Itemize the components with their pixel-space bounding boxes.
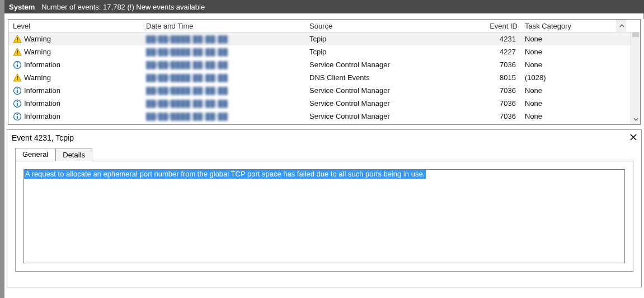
warning-icon	[13, 73, 22, 82]
table-row[interactable]: Warning██/██/████ ██:██:██Tcpip4227None	[8, 45, 631, 58]
cell-source: Tcpip	[305, 48, 471, 56]
svg-point-17	[17, 101, 18, 102]
cell-level: Information	[24, 99, 60, 108]
cell-datetime: ██/██/████ ██:██:██	[146, 61, 228, 69]
svg-rect-4	[17, 50, 18, 53]
header-title: System	[9, 3, 35, 11]
column-header-eventid[interactable]: Event ID	[471, 22, 521, 30]
cell-source: Service Control Manager	[305, 99, 471, 108]
header-status: Number of events: 17,782 (!) New events …	[41, 3, 205, 11]
table-row[interactable]: Information██/██/████ ██:██:██Service Co…	[8, 84, 631, 97]
event-message-text: A request to allocate an ephemeral port …	[24, 169, 426, 179]
cell-eventid: 8015	[471, 73, 521, 82]
table-row[interactable]: Information██/██/████ ██:██:██Service Co…	[8, 110, 631, 123]
event-detail-panel: Event 4231, Tcpip General Details A requ…	[7, 129, 642, 287]
column-header-task[interactable]: Task Category	[521, 22, 617, 30]
detail-title: Event 4231, Tcpip	[12, 133, 74, 142]
cell-task: None	[521, 48, 617, 56]
warning-icon	[13, 35, 22, 44]
column-header-datetime[interactable]: Date and Time	[142, 22, 305, 30]
cell-task: None	[521, 99, 617, 108]
cell-eventid: 7036	[471, 99, 521, 108]
cell-eventid: 4227	[471, 48, 521, 56]
grid-header-row: Level Date and Time Source Event ID Task…	[8, 20, 640, 32]
column-header-level[interactable]: Level	[8, 22, 142, 30]
tab-content-general: A request to allocate an ephemeral port …	[15, 161, 633, 272]
cell-source: Tcpip	[305, 35, 471, 43]
event-grid: Level Date and Time Source Event ID Task…	[8, 19, 641, 125]
svg-rect-5	[17, 53, 18, 54]
svg-rect-7	[17, 64, 18, 67]
cell-eventid: 7036	[471, 86, 521, 95]
cell-eventid: 7036	[471, 60, 521, 69]
information-icon	[13, 99, 22, 108]
scroll-down-button[interactable]	[631, 115, 640, 124]
cell-datetime: ██/██/████ ██:██:██	[146, 48, 228, 56]
scroll-up-button[interactable]	[617, 20, 626, 32]
cell-level: Warning	[24, 35, 51, 43]
header-bar: System Number of events: 17,782 (!) New …	[4, 0, 644, 13]
close-icon	[630, 134, 637, 141]
tab-general[interactable]: General	[15, 148, 55, 161]
detail-tabs: General Details	[7, 148, 641, 161]
information-icon	[13, 86, 22, 95]
svg-rect-2	[17, 40, 18, 41]
svg-rect-11	[17, 79, 18, 80]
cell-eventid: 4231	[471, 35, 521, 43]
warning-icon	[13, 48, 22, 57]
information-icon	[13, 112, 22, 121]
information-icon	[13, 99, 22, 108]
cell-task: None	[521, 86, 617, 95]
information-icon	[13, 60, 22, 69]
cell-task: None	[521, 35, 617, 43]
cell-level: Information	[24, 60, 60, 69]
information-icon	[13, 86, 22, 95]
warning-icon	[13, 73, 22, 82]
table-row[interactable]: Information██/██/████ ██:██:██Service Co…	[8, 58, 631, 71]
table-row[interactable]: Information██/██/████ ██:██:██Service Co…	[8, 97, 631, 110]
cell-task: None	[521, 112, 617, 120]
cell-source: Service Control Manager	[305, 60, 471, 69]
cell-datetime: ██/██/████ ██:██:██	[146, 74, 228, 82]
vertical-scrollbar[interactable]	[631, 32, 640, 124]
cell-level: Information	[24, 112, 60, 120]
cell-task: (1028)	[521, 73, 617, 82]
close-button[interactable]	[630, 133, 637, 142]
tab-details[interactable]: Details	[55, 148, 92, 161]
cell-datetime: ██/██/████ ██:██:██	[146, 35, 228, 43]
information-icon	[13, 112, 22, 121]
cell-source: DNS Client Events	[305, 73, 471, 82]
svg-point-8	[17, 62, 18, 63]
svg-point-14	[17, 88, 18, 89]
event-message-box[interactable]: A request to allocate an ephemeral port …	[23, 169, 625, 263]
cell-source: Service Control Manager	[305, 112, 471, 120]
warning-icon	[13, 48, 22, 57]
cell-level: Information	[24, 86, 60, 95]
svg-point-20	[17, 114, 18, 115]
cell-datetime: ██/██/████ ██:██:██	[146, 100, 228, 108]
chevron-up-icon	[619, 24, 624, 29]
cell-task: None	[521, 60, 617, 69]
svg-rect-13	[17, 90, 18, 93]
cell-level: Warning	[24, 73, 51, 82]
table-row[interactable]: Warning██/██/████ ██:██:██Tcpip4231None	[8, 32, 631, 45]
cell-datetime: ██/██/████ ██:██:██	[146, 113, 228, 120]
cell-datetime: ██/██/████ ██:██:██	[146, 87, 228, 95]
scrollbar-thumb[interactable]	[632, 32, 639, 37]
information-icon	[13, 60, 22, 69]
svg-rect-1	[17, 38, 18, 40]
svg-rect-16	[17, 103, 18, 106]
table-row[interactable]: Warning██/██/████ ██:██:██DNS Client Eve…	[8, 71, 631, 84]
svg-rect-19	[17, 116, 18, 119]
cell-source: Service Control Manager	[305, 86, 471, 95]
svg-rect-10	[17, 76, 18, 79]
chevron-down-icon	[633, 117, 638, 122]
cell-eventid: 7036	[471, 112, 521, 120]
cell-level: Warning	[24, 48, 51, 56]
column-header-source[interactable]: Source	[305, 22, 471, 30]
warning-icon	[13, 35, 22, 44]
